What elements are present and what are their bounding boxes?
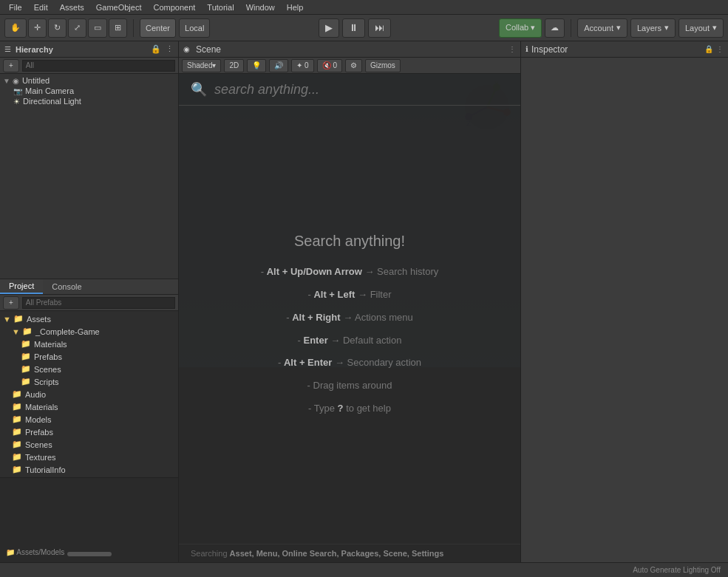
rect-tool[interactable]: ▭ [88, 18, 107, 38]
project-scripts-sub[interactable]: 📁 Scripts [0, 375, 178, 388]
status-bar: Auto Generate Lighting Off [0, 562, 728, 577]
project-complete-game[interactable]: ▼ 📁 _Complete-Game [0, 325, 178, 338]
assets-path: Assets/Models [16, 548, 64, 556]
project-add-button[interactable]: + [3, 296, 19, 310]
project-prefabs-sub[interactable]: 📁 Prefabs [0, 350, 178, 363]
menu-component[interactable]: Component [147, 0, 201, 14]
hierarchy-search-input[interactable] [22, 60, 175, 72]
project-textures[interactable]: 📁 Textures [0, 451, 178, 463]
shading-dropdown[interactable]: Shaded ▾ [182, 59, 221, 72]
prefabs-sub-label: Prefabs [34, 352, 62, 361]
scene-menu-icon[interactable]: ⋮ [508, 45, 516, 53]
project-scenes[interactable]: 📁 Scenes [0, 438, 178, 451]
project-prefabs[interactable]: 📁 Prefabs [0, 426, 178, 438]
cloud-button[interactable]: ☁ [545, 18, 565, 38]
rotate-tool[interactable]: ↻ [48, 18, 67, 38]
scene-toolbar: Shaded ▾ 2D 💡 🔊 ✦ 0 🔇 0 ⚙ Gizmos [179, 58, 520, 74]
project-materials[interactable]: 📁 Materials [0, 400, 178, 413]
project-models[interactable]: 📁 Models [0, 413, 178, 426]
project-tab[interactable]: Project [0, 279, 43, 294]
scripts-sub-folder-icon: 📁 [21, 377, 31, 386]
hierarchy-content: ▼ ◉ Untitled 📷 Main Camera ☀ Directional… [0, 74, 178, 279]
menu-file[interactable]: File [3, 0, 28, 14]
project-audio[interactable]: 📁 Audio [0, 388, 178, 400]
account-button[interactable]: Account ▾ [577, 18, 627, 38]
left-bottom: Project Console + ▼ 📁 Assets ▼ 📁 _Comple… [0, 279, 178, 562]
collab-button[interactable]: Collab ▾ [499, 18, 542, 38]
complete-game-label: _Complete-Game [35, 327, 100, 336]
materials-label: Materials [25, 403, 58, 412]
inspector-menu-icon[interactable]: ⋮ [716, 45, 724, 53]
inspector-header: ℹ Inspector 🔒 ⋮ [521, 41, 728, 58]
shortcut-4: - Enter → Default action [298, 333, 402, 349]
hierarchy-add-button[interactable]: + [3, 59, 19, 72]
cg-folder-icon: 📁 [22, 327, 33, 336]
project-assets-root[interactable]: ▼ 📁 Assets [0, 313, 178, 325]
textures-folder-icon: 📁 [12, 452, 22, 462]
light-icon: ☀ [13, 98, 20, 106]
lock-icon[interactable]: 🔒 [151, 44, 161, 54]
search-input-row: 🔍 [179, 74, 520, 106]
gizmos-button[interactable]: Gizmos [365, 59, 401, 72]
mat-sub-folder-icon: 📁 [21, 339, 31, 349]
toolbar: ✋ ✛ ↻ ⤢ ▭ ⊞ Center Local ▶ ⏸ ⏭ Collab ▾ … [0, 15, 728, 41]
lighting-button[interactable]: 💡 [247, 59, 266, 72]
menu-tutorial[interactable]: Tutorial [201, 0, 239, 14]
center-panel: ◉ Scene ⋮ Shaded ▾ 2D 💡 🔊 ✦ 0 🔇 0 ⚙ Gizm… [179, 41, 521, 562]
zoom-bar[interactable] [67, 552, 112, 556]
left-panel: ☰ Hierarchy 🔒 ⋮ + ▼ ◉ Untitled 📷 Main Ca… [0, 41, 179, 562]
hierarchy-item-main-camera[interactable]: 📷 Main Camera [0, 86, 178, 96]
main-camera-label: Main Camera [25, 86, 74, 95]
prefabs-sub-folder-icon: 📁 [21, 352, 31, 361]
shortcut-5: - Alt + Enter → Secondary action [278, 355, 421, 371]
tutorialinfo-label: TutorialInfo [25, 465, 66, 474]
search-overlay: 🔍 Search anything! - Alt + Up/Down Arrow… [179, 74, 520, 562]
untitled-label: Untitled [22, 76, 50, 85]
search-input[interactable] [214, 82, 508, 98]
assets-label: Assets [27, 315, 51, 324]
audio-button[interactable]: 🔊 [269, 59, 288, 72]
pause-button[interactable]: ⏸ [342, 18, 365, 38]
scenes-folder-icon: 📁 [12, 440, 22, 449]
project-search-input[interactable] [22, 297, 175, 309]
shading-arrow: ▾ [212, 61, 216, 69]
inspector-lock-icon[interactable]: 🔒 [704, 45, 713, 53]
prefabs-label: Prefabs [25, 428, 53, 437]
play-button[interactable]: ▶ [319, 18, 339, 38]
hierarchy-menu-icon[interactable]: ⋮ [166, 44, 174, 54]
center-button[interactable]: Center [140, 18, 176, 38]
search-big-icon: 🔍 [191, 81, 207, 98]
hierarchy-header: ☰ Hierarchy 🔒 ⋮ [0, 41, 178, 58]
project-console-tabs: Project Console [0, 279, 178, 295]
search-footer: Searching Asset, Menu, Online Search, Pa… [179, 544, 520, 562]
scale-tool[interactable]: ⤢ [68, 18, 86, 38]
fx-button[interactable]: ✦ 0 [291, 59, 313, 72]
project-materials-sub[interactable]: 📁 Materials [0, 338, 178, 350]
menu-gameobject[interactable]: GameObject [90, 0, 148, 14]
step-button[interactable]: ⏭ [368, 18, 391, 38]
mute-button[interactable]: 🔇 0 [317, 59, 342, 72]
shortcut-3: - Alt + Right → Actions menu [286, 310, 413, 326]
hierarchy-title: Hierarchy [16, 45, 53, 54]
menu-edit[interactable]: Edit [28, 0, 54, 14]
models-folder-icon: 📁 [12, 414, 22, 424]
layers-button[interactable]: Layers ▾ [630, 18, 676, 38]
assets-folder-icon: 📁 [13, 314, 24, 324]
hand-tool[interactable]: ✋ [4, 18, 27, 38]
project-tutorialinfo[interactable]: 📁 TutorialInfo [0, 463, 178, 476]
menu-window[interactable]: Window [240, 0, 281, 14]
2d-button[interactable]: 2D [224, 59, 244, 72]
local-button[interactable]: Local [179, 18, 210, 38]
inspector-content [521, 58, 728, 562]
menu-assets[interactable]: Assets [54, 0, 90, 14]
move-tool[interactable]: ✛ [28, 18, 47, 38]
hierarchy-item-untitled[interactable]: ▼ ◉ Untitled [0, 75, 178, 86]
custom-tool[interactable]: ⊞ [109, 18, 127, 38]
console-tab[interactable]: Console [43, 279, 90, 294]
project-scenes-sub[interactable]: 📁 Scenes [0, 363, 178, 375]
layout-button[interactable]: Layout ▾ [678, 18, 724, 38]
shortcut-1: - Alt + Up/Down Arrow → Search history [261, 264, 438, 280]
stats-button[interactable]: ⚙ [345, 59, 362, 72]
hierarchy-item-directional-light[interactable]: ☀ Directional Light [0, 96, 178, 106]
menu-help[interactable]: Help [281, 0, 310, 14]
